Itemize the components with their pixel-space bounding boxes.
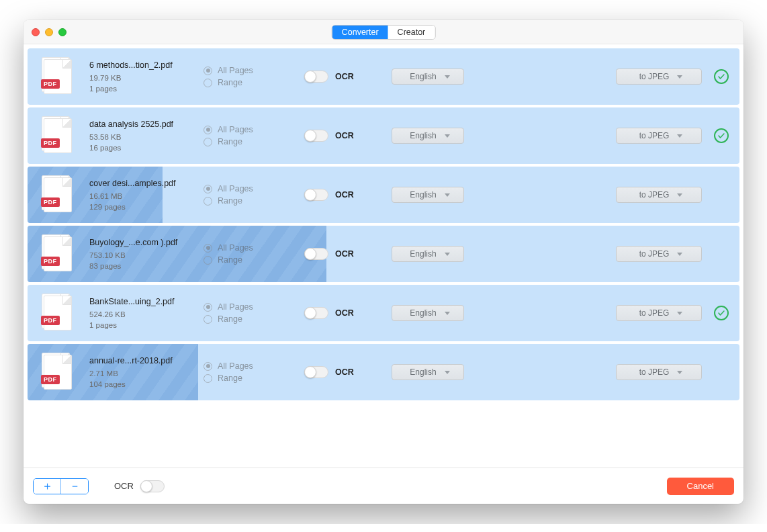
tab-creator[interactable]: Creator	[388, 26, 435, 39]
page-selection: All Pages Range	[204, 240, 304, 267]
close-icon[interactable]	[32, 28, 40, 36]
chevron-down-icon	[445, 75, 450, 79]
format-select[interactable]: to JPEG	[616, 128, 702, 144]
tab-converter[interactable]: Converter	[332, 26, 388, 39]
cancel-button[interactable]: Cancel	[667, 478, 734, 495]
radio-range[interactable]: Range	[204, 314, 304, 324]
format-select[interactable]: to JPEG	[616, 305, 702, 321]
ocr-toggle[interactable]	[304, 71, 328, 83]
pdf-icon: PDF	[44, 177, 72, 212]
page-selection: All Pages Range	[204, 300, 304, 326]
format-value: to JPEG	[639, 367, 670, 377]
radio-icon	[204, 66, 212, 75]
minimize-icon[interactable]	[45, 28, 53, 36]
ocr-toggle[interactable]	[304, 366, 328, 378]
ocr-block: OCR	[304, 248, 392, 260]
range-label: Range	[218, 196, 242, 206]
format-select[interactable]: to JPEG	[616, 246, 702, 262]
chevron-down-icon	[677, 312, 682, 315]
range-label: Range	[218, 255, 242, 265]
all-pages-label: All Pages	[218, 302, 253, 312]
radio-range[interactable]: Range	[204, 78, 304, 87]
chevron-down-icon	[677, 253, 682, 256]
ocr-toggle[interactable]	[304, 189, 328, 201]
format-value: to JPEG	[639, 131, 670, 140]
format-value: to JPEG	[639, 72, 670, 81]
file-size: 2.71 MB	[89, 369, 204, 378]
language-select[interactable]: English	[392, 246, 464, 262]
pdf-badge: PDF	[41, 79, 60, 89]
format-select[interactable]: to JPEG	[616, 364, 702, 380]
app-window: Converter Creator PDF 6 methods...tion_2…	[24, 20, 743, 504]
file-row[interactable]: PDF annual-re...rt-2018.pdf 2.71 MB 104 …	[28, 344, 739, 400]
page-selection: All Pages Range	[204, 181, 304, 208]
ocr-block: OCR	[304, 307, 392, 319]
range-label: Range	[218, 373, 242, 383]
file-meta: annual-re...rt-2018.pdf 2.71 MB 104 page…	[89, 356, 204, 388]
radio-icon	[204, 79, 212, 87]
file-name: data analysis 2525.pdf	[89, 120, 204, 129]
radio-all-pages[interactable]: All Pages	[204, 302, 304, 312]
pdf-badge: PDF	[41, 138, 60, 148]
file-size: 753.10 KB	[89, 251, 204, 259]
file-size: 19.79 KB	[89, 74, 204, 82]
range-label: Range	[218, 78, 242, 87]
ocr-toggle[interactable]	[304, 130, 328, 142]
file-row[interactable]: PDF data analysis 2525.pdf 53.58 KB 16 p…	[28, 107, 739, 164]
radio-all-pages[interactable]: All Pages	[204, 361, 304, 371]
radio-range[interactable]: Range	[204, 373, 304, 383]
file-pages: 104 pages	[89, 380, 204, 388]
language-select[interactable]: English	[392, 305, 464, 321]
page-selection: All Pages Range	[204, 122, 304, 149]
language-select[interactable]: English	[392, 187, 464, 203]
remove-button[interactable]: －	[61, 479, 88, 494]
titlebar: Converter Creator	[24, 20, 743, 44]
status	[713, 68, 730, 85]
file-row[interactable]: PDF Buyology_...e.com ).pdf 753.10 KB 83…	[28, 226, 739, 282]
language-value: English	[410, 367, 436, 377]
page-selection: All Pages Range	[204, 359, 304, 386]
all-pages-label: All Pages	[218, 125, 253, 134]
global-ocr-label: OCR	[114, 481, 134, 491]
file-row[interactable]: PDF BankState...uing_2.pdf 524.26 KB 1 p…	[28, 285, 739, 341]
chevron-down-icon	[677, 134, 682, 138]
radio-all-pages[interactable]: All Pages	[204, 125, 304, 134]
global-ocr-toggle[interactable]	[140, 480, 165, 492]
radio-all-pages[interactable]: All Pages	[204, 243, 304, 253]
language-select[interactable]: English	[392, 364, 464, 380]
pdf-badge: PDF	[41, 197, 60, 207]
file-row[interactable]: PDF 6 methods...tion_2.pdf 19.79 KB 1 pa…	[28, 48, 739, 105]
ocr-label: OCR	[335, 308, 354, 318]
radio-all-pages[interactable]: All Pages	[204, 66, 304, 75]
radio-all-pages[interactable]: All Pages	[204, 184, 304, 193]
radio-range[interactable]: Range	[204, 137, 304, 146]
language-select[interactable]: English	[392, 128, 464, 144]
ocr-toggle[interactable]	[304, 307, 328, 319]
language-select[interactable]: English	[392, 69, 464, 85]
chevron-down-icon	[445, 312, 450, 315]
file-pages: 83 pages	[89, 262, 204, 270]
ocr-toggle[interactable]	[304, 248, 328, 260]
format-select[interactable]: to JPEG	[616, 187, 702, 203]
chevron-down-icon	[445, 253, 450, 256]
radio-icon	[204, 374, 212, 383]
file-meta: data analysis 2525.pdf 53.58 KB 16 pages	[89, 120, 204, 152]
maximize-icon[interactable]	[58, 28, 66, 36]
all-pages-label: All Pages	[218, 66, 253, 75]
all-pages-label: All Pages	[218, 184, 253, 193]
language-value: English	[410, 131, 436, 140]
check-icon	[714, 69, 729, 84]
range-label: Range	[218, 137, 242, 146]
status	[713, 127, 730, 144]
chevron-down-icon	[445, 193, 450, 197]
pdf-icon: PDF	[44, 296, 72, 330]
format-select[interactable]: to JPEG	[616, 69, 702, 85]
add-button[interactable]: ＋	[34, 479, 60, 494]
file-row[interactable]: PDF cover desi...amples.pdf 16.61 MB 129…	[28, 167, 739, 223]
radio-range[interactable]: Range	[204, 255, 304, 265]
radio-icon	[204, 303, 212, 312]
pdf-badge: PDF	[41, 316, 60, 325]
radio-range[interactable]: Range	[204, 196, 304, 206]
language-value: English	[410, 249, 436, 259]
language-value: English	[410, 190, 436, 200]
